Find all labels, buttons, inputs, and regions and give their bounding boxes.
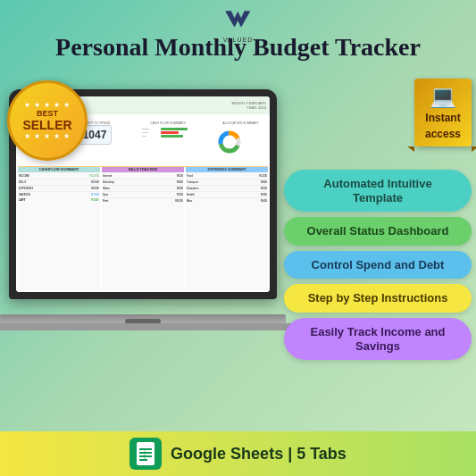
expenses-col-header: EXPENSES SUMMARY [186, 166, 268, 172]
sheet-meta: MONTH: FEBRUARY YEAR: 2024 [231, 101, 266, 110]
features-area: Automated IntuitiveTemplate Overall Stat… [284, 170, 472, 360]
svg-marker-0 [226, 12, 250, 27]
donut-chart [216, 129, 243, 155]
expenses-col: EXPENSES SUMMARY FoodR1200 TransportR800… [186, 166, 268, 290]
svg-point-5 [225, 138, 234, 146]
feature-pill-dashboard: Overall Status Dashboard [284, 217, 472, 246]
svg-rect-7 [139, 448, 152, 450]
laptop-icon: 💻 [425, 84, 461, 109]
bottom-bar: Google Sheets | 5 Tabs [0, 431, 476, 476]
cashflow-col-data: INCOMER12000 BILLSR2500 EXPENSESR4200 SA… [18, 172, 100, 204]
sheet-columns: CASHFLOW SUMMARY INCOMER12000 BILLSR2500… [18, 166, 268, 290]
feature-pill-income: Easily Track Income andSavings [284, 318, 472, 360]
sheets-svg [135, 441, 156, 466]
income-section [18, 166, 268, 167]
bills-col-header: BILLS TRACKER [102, 166, 184, 172]
cashflow-label: CASH FLOW SUMMARY [141, 121, 195, 125]
feature-label-spend: Control Spend and Debt [312, 258, 445, 271]
feature-label-dashboard: Overall Status Dashboard [307, 224, 449, 238]
expenses-col-data: FoodR1200 TransportR800 EducationR500 He… [186, 172, 268, 205]
badge-seller: SELLER [22, 118, 71, 132]
allocation-label: ALLOCATION SUMMARY [216, 121, 265, 125]
feature-pill-instructions: Step by Step Instructions [284, 284, 472, 313]
feature-pill-automated: Automated IntuitiveTemplate [284, 170, 472, 212]
instant-access-banner: 💻 Instantaccess [414, 79, 472, 146]
page-title: Personal Monthly Budget Tracker [9, 34, 467, 62]
svg-rect-9 [139, 455, 152, 457]
badge-stars-bottom: ★ ★ ★ ★ ★ [24, 132, 71, 140]
google-sheets-icon [129, 438, 162, 470]
feature-pill-spend: Control Spend and Debt [284, 251, 472, 280]
feature-label-income: Easily Track Income andSavings [310, 325, 445, 353]
laptop-base [0, 314, 286, 330]
bills-col-data: InternetR500 ElectricityR800 WaterR200 G… [102, 172, 184, 205]
badge-stars: ★ ★ ★ ★ ★ [24, 101, 71, 109]
feature-label-automated: Automated IntuitiveTemplate [323, 177, 431, 205]
bottom-bar-text: Google Sheets | 5 Tabs [171, 445, 347, 463]
allocation-section: ALLOCATION SUMMARY [216, 121, 265, 158]
bills-col: BILLS TRACKER InternetR500 ElectricityR8… [102, 166, 184, 290]
logo-icon [225, 7, 252, 32]
svg-rect-8 [139, 452, 152, 454]
best-seller-badge: ★ ★ ★ ★ ★ BEST SELLER ★ ★ ★ ★ ★ [7, 80, 88, 161]
badge-best: BEST [37, 109, 58, 118]
cashflow-col-header: CASHFLOW SUMMARY [18, 166, 100, 172]
svg-rect-10 [139, 459, 147, 461]
cashflow-section: CASH FLOW SUMMARY Budget Actual Left [141, 121, 195, 138]
cashflow-col: CASHFLOW SUMMARY INCOMER12000 BILLSR2500… [18, 166, 100, 290]
instant-access-text: Instantaccess [425, 112, 461, 140]
feature-label-instructions: Step by Step Instructions [308, 291, 448, 305]
cashflow-chart: Budget Actual Left [141, 127, 195, 138]
